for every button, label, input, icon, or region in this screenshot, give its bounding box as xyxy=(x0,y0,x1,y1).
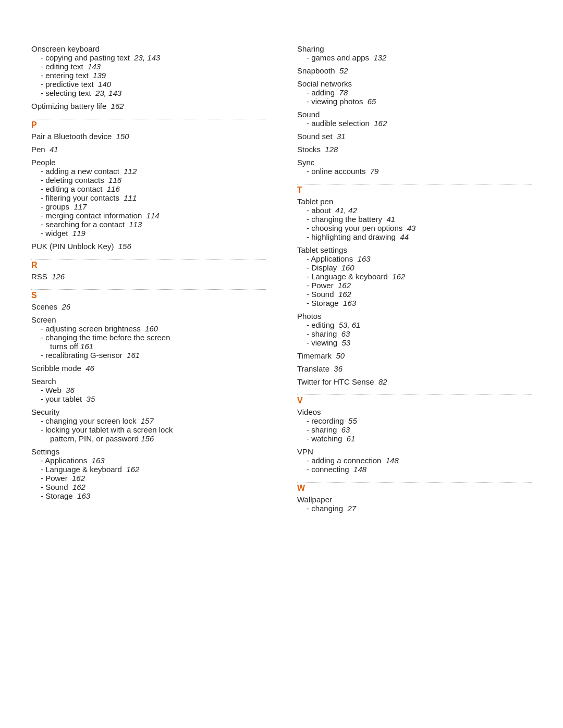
entry-title: Sound xyxy=(297,110,532,119)
entry-sub: - Language & keyboard 162 xyxy=(31,465,266,474)
entry-title: Twitter for HTC Sense 82 xyxy=(297,377,532,386)
page-ref: 43 xyxy=(407,224,416,232)
index-entry: Sound set 31 xyxy=(297,132,532,141)
entry-sub: - editing 53, 61 xyxy=(297,320,532,329)
page-ref: 41 xyxy=(386,215,395,224)
page-ref: 143 xyxy=(88,62,101,71)
entry-title: Search xyxy=(31,377,266,386)
section-divider xyxy=(297,184,532,184)
page-ref: 162 xyxy=(374,119,387,128)
entry-sub: - online accounts 79 xyxy=(297,167,532,176)
index-entry: Photos- editing 53, 61- sharing 63- view… xyxy=(297,312,532,347)
index-entry: Timemark 50 xyxy=(297,351,532,360)
entry-sub: - selecting text 23, 143 xyxy=(31,89,266,97)
entry-title: Videos xyxy=(297,408,532,416)
entry-title: Onscreen keyboard xyxy=(31,44,266,53)
entry-title: Translate 36 xyxy=(297,364,532,373)
page-ref: 150 xyxy=(116,132,129,141)
index-entry: Social networks- adding 78- viewing phot… xyxy=(297,79,532,106)
entry-title: Pair a Bluetooth device 150 xyxy=(31,132,266,141)
index-entry: Wallpaper- changing 27 xyxy=(297,495,532,513)
entry-sub: - editing a contact 116 xyxy=(31,184,266,193)
page-ref: 82 xyxy=(378,377,387,386)
entry-title: RSS 126 xyxy=(31,272,266,281)
page-ref: 163 xyxy=(343,299,356,307)
page-ref: 63 xyxy=(341,425,350,434)
entry-sub: - Sound 162 xyxy=(297,290,532,299)
entry-sub: - Applications 163 xyxy=(31,456,266,465)
entry-title: Screen xyxy=(31,315,266,324)
entry-sub: - widget 119 xyxy=(31,229,266,238)
section-divider xyxy=(31,119,266,119)
page-ref: 162 xyxy=(111,102,124,110)
entry-sub: - copying and pasting text 23, 143 xyxy=(31,53,266,62)
page-ref: 61 xyxy=(347,434,356,443)
index-entry: Twitter for HTC Sense 82 xyxy=(297,377,532,386)
page-ref: 119 xyxy=(72,229,85,238)
page-ref: 36 xyxy=(66,386,75,394)
index-entry: Pen 41 xyxy=(31,145,266,154)
page-ref: 162 xyxy=(72,474,85,483)
page-ref: 41, 42 xyxy=(335,206,357,215)
section-letter-p: P xyxy=(31,120,266,130)
entry-sub: - audible selection 162 xyxy=(297,119,532,128)
page-ref: 50 xyxy=(336,351,345,360)
page-ref: 112 xyxy=(124,167,137,176)
page-ref: 26 xyxy=(62,302,70,311)
index-entry: Search- Web 36- your tablet 35 xyxy=(31,377,266,403)
entry-sub: - viewing photos 65 xyxy=(297,97,532,106)
page-ref: 161 xyxy=(127,351,140,360)
page-ref: 156 xyxy=(118,242,131,251)
page-ref: 111 xyxy=(124,193,137,202)
page-ref: 53 xyxy=(342,338,351,347)
section-letter-t: T xyxy=(297,186,532,195)
entry-sub: - choosing your pen options 43 xyxy=(297,224,532,232)
page-ref: 27 xyxy=(347,504,356,513)
index-entry: Tablet settings- Applications 163- Displ… xyxy=(297,245,532,307)
page-ref: 156 xyxy=(141,434,154,443)
page-ref: 35 xyxy=(87,394,95,403)
page-ref: 132 xyxy=(373,53,386,62)
page-ref: 139 xyxy=(93,71,106,80)
entry-sub: - watching 61 xyxy=(297,434,532,443)
index-entry: Screen- adjusting screen brightness 160-… xyxy=(31,315,266,360)
index-entry: Scribble mode 46 xyxy=(31,364,266,373)
page-ref: 157 xyxy=(141,416,154,425)
page-ref: 63 xyxy=(341,329,350,338)
section-divider xyxy=(31,289,266,290)
page-ref: 163 xyxy=(358,254,371,263)
entry-sub: - changing the time before the screen xyxy=(31,333,266,342)
page-ref: 52 xyxy=(339,66,348,75)
entry-sub: - merging contact information 114 xyxy=(31,211,266,220)
entry-sub: - editing text 143 xyxy=(31,62,266,71)
index-entry: People- adding a new contact 112- deleti… xyxy=(31,158,266,238)
entry-sub: - entering text 139 xyxy=(31,71,266,80)
page-ref: 162 xyxy=(126,465,139,474)
page-ref: 162 xyxy=(72,483,85,491)
index-entry: Optimizing battery life 162 xyxy=(31,102,266,110)
page-ref: 148 xyxy=(386,456,399,465)
page-ref: 113 xyxy=(129,220,142,229)
page-ref: 117 xyxy=(74,202,87,211)
page-ref: 41 xyxy=(50,145,58,154)
page-ref: 23, 143 xyxy=(95,89,121,97)
entry-sub: - changing the battery 41 xyxy=(297,215,532,224)
entry-title: Pen 41 xyxy=(31,145,266,154)
page-ref: 116 xyxy=(107,184,120,193)
page-ref: 162 xyxy=(338,281,351,290)
page-ref: 140 xyxy=(98,80,111,89)
section-divider xyxy=(297,394,532,395)
index-entry: RSS 126 xyxy=(31,272,266,281)
page-ref: 161 xyxy=(80,342,93,351)
index-entry: Translate 36 xyxy=(297,364,532,373)
entry-sub: - adding a new contact 112 xyxy=(31,167,266,176)
entry-sub: - sharing 63 xyxy=(297,425,532,434)
entry-sub: - Sound 162 xyxy=(31,483,266,491)
entry-title: Scenes 26 xyxy=(31,302,266,311)
page-ref: 160 xyxy=(341,263,354,272)
entry-sub: - adjusting screen brightness 160 xyxy=(31,324,266,333)
entry-title: Social networks xyxy=(297,79,532,88)
entry-sub: - about 41, 42 xyxy=(297,206,532,215)
page-ref: 53, 61 xyxy=(339,320,361,329)
section-divider xyxy=(297,482,532,483)
